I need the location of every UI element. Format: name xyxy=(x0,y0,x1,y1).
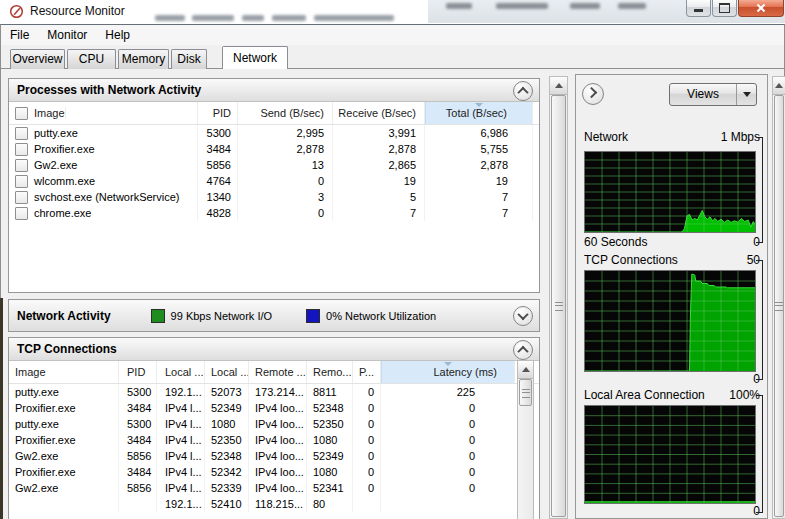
menu-help[interactable]: Help xyxy=(96,25,139,45)
column-local-address[interactable]: Local ... xyxy=(157,361,205,383)
column-pid[interactable]: PID xyxy=(119,361,157,383)
column-total-sorted[interactable]: Total (B/sec) xyxy=(425,102,533,124)
chart-xlabel: 60 Seconds xyxy=(584,235,647,249)
window-title: Resource Monitor xyxy=(30,4,125,18)
tcp-connections-chart xyxy=(584,270,756,372)
table-row[interactable]: Proxifier.exe3484IPv4 l...52349IPv4 loo.… xyxy=(9,400,539,416)
grip-icon xyxy=(522,389,530,398)
table-row[interactable]: chrome.exe4828077 xyxy=(9,205,539,221)
row-checkbox[interactable] xyxy=(15,191,28,204)
column-receive[interactable]: Receive (B/sec) xyxy=(333,102,425,124)
cell-local_port: 52342 xyxy=(205,464,249,480)
cell-pid: 3484 xyxy=(119,432,157,448)
charts-scrollbar[interactable] xyxy=(772,76,785,519)
triangle-up-icon xyxy=(775,83,783,88)
column-pid[interactable]: PID xyxy=(198,102,238,124)
cell-image: Gw2.exe xyxy=(9,448,119,464)
table-row[interactable]: putty.exe5300IPv4 l...1080IPv4 loo...523… xyxy=(9,416,539,432)
cell-latency: 0 xyxy=(381,464,515,480)
tab-cpu[interactable]: CPU xyxy=(67,49,116,69)
column-send[interactable]: Send (B/sec) xyxy=(238,102,333,124)
scale-bracket xyxy=(756,395,763,513)
cell-latency: 0 xyxy=(381,480,515,496)
table-row[interactable]: Gw2.exe5856IPv4 l...52339IPv4 loo...5234… xyxy=(9,480,539,496)
tab-network[interactable]: Network xyxy=(222,46,288,69)
cell-send: 0 xyxy=(238,205,333,221)
sort-arrow-icon xyxy=(444,362,452,366)
maximize-button[interactable] xyxy=(712,0,737,17)
cell-total: 7 xyxy=(425,189,533,205)
maximize-icon xyxy=(719,3,730,13)
table-row[interactable]: wlcomm.exe476401919 xyxy=(9,173,539,189)
scroll-up-button[interactable] xyxy=(550,77,567,95)
table-row[interactable]: Proxifier.exe3484IPv4 l...52342IPv4 loo.… xyxy=(9,464,539,480)
cell-image: svchost.exe (NetworkService) xyxy=(9,189,198,205)
cell-send: 3 xyxy=(238,189,333,205)
scrollbar-thumb[interactable] xyxy=(519,379,532,406)
cell-latency: 225 xyxy=(381,384,515,400)
cell-local_addr: IPv4 l... xyxy=(157,432,205,448)
cell-send: 0 xyxy=(238,173,333,189)
column-remote-address[interactable]: Remote ... xyxy=(249,361,307,383)
collapse-charts-button[interactable] xyxy=(582,83,604,105)
cell-local_port: 52410 xyxy=(205,496,249,512)
cell-total: 19 xyxy=(425,173,533,189)
legend-network-utilization: 0% Network Utilization xyxy=(306,309,436,323)
menu-file[interactable]: File xyxy=(1,25,38,45)
scroll-up-button[interactable] xyxy=(773,77,785,95)
scroll-up-button[interactable] xyxy=(518,361,533,379)
cell-local_addr: 192.1... xyxy=(157,384,205,400)
row-checkbox[interactable] xyxy=(15,207,28,220)
tcp-table-body: putty.exe5300192.1...52073173.214...8811… xyxy=(9,384,539,512)
column-packet-loss[interactable]: P... xyxy=(353,361,381,383)
column-latency-sorted[interactable]: Latency (ms) xyxy=(381,361,515,383)
charts-panel: Views Network 1 Mbps 60 Seconds 0 TCP Co… xyxy=(575,74,768,519)
main-scrollbar[interactable] xyxy=(549,76,568,519)
cell-local_addr: IPv4 l... xyxy=(157,480,205,496)
row-checkbox[interactable] xyxy=(15,159,28,172)
column-local-port[interactable]: Local ... xyxy=(205,361,249,383)
collapse-tcp-button[interactable] xyxy=(513,340,533,360)
network-activity-title: Network Activity xyxy=(9,309,111,323)
cell-receive: 2,865 xyxy=(333,157,425,173)
table-row[interactable]: putty.exe53002,9953,9916,986 xyxy=(9,125,539,141)
row-checkbox[interactable] xyxy=(15,175,28,188)
table-row[interactable]: Gw2.exe5856132,8652,878 xyxy=(9,157,539,173)
cell-latency: 0 xyxy=(381,432,515,448)
row-checkbox[interactable] xyxy=(15,143,28,156)
scrollbar-thumb[interactable] xyxy=(774,95,784,517)
table-row[interactable]: Proxifier.exe3484IPv4 l...52350IPv4 loo.… xyxy=(9,432,539,448)
select-all-checkbox[interactable] xyxy=(15,107,28,120)
cell-local_addr: 192.1... xyxy=(157,496,205,512)
cell-latency: 0 xyxy=(381,400,515,416)
column-image[interactable]: Image xyxy=(9,102,198,124)
table-row[interactable]: 192.1...52410118.215...80 xyxy=(9,496,539,512)
cell-image: Proxifier.exe xyxy=(9,464,119,480)
cell-image: putty.exe xyxy=(9,416,119,432)
views-label: Views xyxy=(670,84,736,105)
row-checkbox[interactable] xyxy=(15,127,28,140)
table-row[interactable]: Proxifier.exe34842,8782,8785,755 xyxy=(9,141,539,157)
minimize-button[interactable] xyxy=(686,0,711,17)
expand-network-activity-button[interactable] xyxy=(513,306,533,326)
tab-disk[interactable]: Disk xyxy=(171,49,207,69)
cell-local_port: 52350 xyxy=(205,432,249,448)
cell-remote_addr: IPv4 loo... xyxy=(249,464,307,480)
cell-pid: 3484 xyxy=(119,400,157,416)
views-button[interactable]: Views xyxy=(669,83,757,106)
tab-overview[interactable]: Overview xyxy=(10,49,65,69)
scrollbar-thumb[interactable] xyxy=(551,95,566,517)
views-dropdown-arrow[interactable] xyxy=(736,84,756,105)
collapse-processes-button[interactable] xyxy=(513,81,533,101)
column-remote-port[interactable]: Remo... xyxy=(307,361,353,383)
table-row[interactable]: svchost.exe (NetworkService)1340357 xyxy=(9,189,539,205)
table-row[interactable]: Gw2.exe5856IPv4 l...52348IPv4 loo...5234… xyxy=(9,448,539,464)
cell-remote_port: 52341 xyxy=(307,480,353,496)
table-row[interactable]: putty.exe5300192.1...52073173.214...8811… xyxy=(9,384,539,400)
close-button[interactable] xyxy=(738,0,784,17)
tcp-table-scrollbar[interactable] xyxy=(517,360,534,519)
menu-monitor[interactable]: Monitor xyxy=(38,25,96,45)
column-image[interactable]: Image xyxy=(9,361,119,383)
lan-chart-min: 0 xyxy=(584,504,760,518)
tab-memory[interactable]: Memory xyxy=(118,49,169,69)
